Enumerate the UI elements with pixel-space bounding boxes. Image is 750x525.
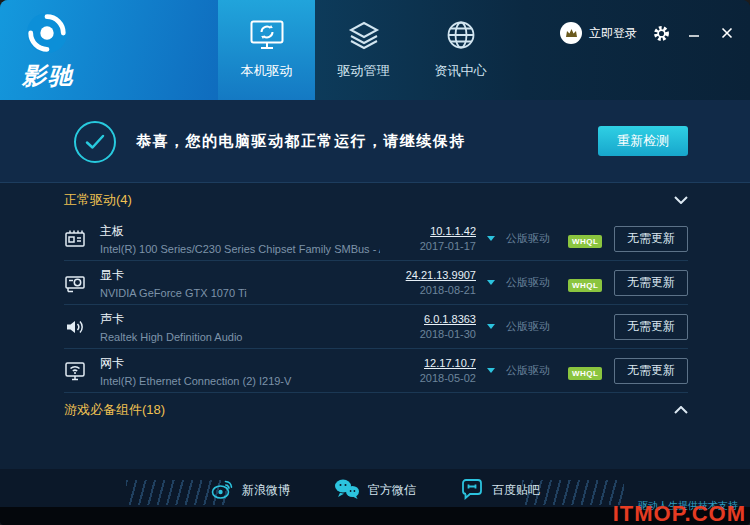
chevron-down-icon[interactable]	[674, 196, 688, 204]
no-update-button[interactable]: 无需更新	[614, 358, 688, 384]
whql-badge: WHQL	[568, 367, 602, 380]
driver-info: 声卡 Realtek High Definition Audio	[100, 311, 380, 343]
driver-row: 显卡 NVIDIA GeForce GTX 1070 Ti 24.21.13.9…	[64, 261, 688, 305]
driver-tag: 公版驱动	[506, 319, 568, 334]
no-update-button[interactable]: 无需更新	[614, 270, 688, 296]
app-header: 影驰 本机驱动	[0, 0, 750, 100]
driver-date: 2018-05-02	[380, 372, 476, 384]
no-update-button[interactable]: 无需更新	[614, 314, 688, 340]
tab-driver-management[interactable]: 驱动管理	[315, 0, 412, 100]
driver-info: 显卡 NVIDIA GeForce GTX 1070 Ti	[100, 267, 380, 299]
driver-info: 主板 Intel(R) 100 Series/C230 Series Chips…	[100, 223, 380, 255]
gpu-icon	[64, 272, 100, 294]
driver-version-link[interactable]: 12.17.10.7	[380, 357, 476, 369]
status-banner: 恭喜，您的电脑驱动都正常运行，请继续保持 重新检测	[0, 100, 750, 183]
driver-version-block: 24.21.13.9907 2018-08-21	[380, 269, 476, 296]
motherboard-icon	[64, 228, 100, 250]
driver-version-link[interactable]: 24.21.13.9907	[380, 269, 476, 281]
app-window: 影驰 本机驱动	[0, 0, 750, 525]
driver-name: 显卡	[100, 267, 380, 284]
version-dropdown-caret[interactable]	[476, 324, 506, 329]
driver-row: 网卡 Intel(R) Ethernet Connection (2) I219…	[64, 349, 688, 393]
driver-tag: 公版驱动	[506, 231, 568, 246]
driver-name: 网卡	[100, 355, 380, 372]
brand-name: 影驰	[22, 60, 74, 92]
driver-name: 主板	[100, 223, 380, 240]
driver-tag: 公版驱动	[506, 275, 568, 290]
driver-version-block: 12.17.10.7 2018-05-02	[380, 357, 476, 384]
speaker-icon	[64, 316, 100, 338]
driver-content: 正常驱动(4) 主板 Intel(R) 100 Series/C230 Seri…	[64, 183, 688, 427]
driver-row: 主板 Intel(R) 100 Series/C230 Series Chips…	[64, 217, 688, 261]
check-circle-icon	[74, 121, 116, 163]
wechat-link[interactable]: 官方微信	[334, 478, 416, 503]
monitor-refresh-icon	[250, 20, 284, 53]
no-update-button[interactable]: 无需更新	[614, 226, 688, 252]
brand-logo-block: 影驰	[0, 0, 218, 100]
rescan-button[interactable]: 重新检测	[598, 126, 688, 156]
tab-label: 驱动管理	[338, 62, 390, 80]
brand-logo-icon	[24, 10, 70, 60]
app-footer: 新浪微博 官方微信	[0, 469, 750, 525]
driver-version-link[interactable]: 6.0.1.8363	[380, 313, 476, 325]
driver-tag: 公版驱动	[506, 363, 568, 378]
tieba-link[interactable]: 百度贴吧	[460, 478, 540, 503]
whql-badge: WHQL	[568, 235, 602, 248]
driver-info: 网卡 Intel(R) Ethernet Connection (2) I219…	[100, 355, 380, 387]
tab-label: 本机驱动	[241, 62, 293, 80]
section-title: 游戏必备组件(18)	[64, 401, 165, 419]
tab-local-drivers[interactable]: 本机驱动	[218, 0, 315, 100]
social-label: 新浪微博	[242, 482, 290, 499]
whql-badge: WHQL	[568, 279, 602, 292]
minimize-button[interactable]	[685, 24, 703, 42]
social-label: 官方微信	[368, 482, 416, 499]
globe-icon	[446, 20, 476, 53]
section-normal-drivers-header[interactable]: 正常驱动(4)	[64, 183, 688, 217]
driver-version-link[interactable]: 10.1.1.42	[380, 225, 476, 237]
avatar-crown-icon	[560, 22, 582, 44]
driver-date: 2018-01-30	[380, 328, 476, 340]
header-controls: 立即登录	[560, 22, 736, 44]
driver-description: Intel(R) 100 Series/C230 Series Chipset …	[100, 243, 380, 255]
chevron-up-icon[interactable]	[674, 406, 688, 414]
driver-description: Intel(R) Ethernet Connection (2) I219-V	[100, 375, 380, 387]
driver-date: 2018-08-21	[380, 284, 476, 296]
section-title: 正常驱动(4)	[64, 191, 132, 209]
driver-date: 2017-01-17	[380, 240, 476, 252]
driver-description: Realtek High Definition Audio	[100, 331, 380, 343]
main-nav: 本机驱动 驱动管理	[218, 0, 509, 100]
login-button[interactable]: 立即登录	[560, 22, 637, 44]
driver-version-block: 6.0.1.8363 2018-01-30	[380, 313, 476, 340]
driver-description: NVIDIA GeForce GTX 1070 Ti	[100, 287, 380, 299]
weibo-icon	[210, 478, 234, 503]
network-icon	[64, 360, 100, 382]
version-dropdown-caret[interactable]	[476, 368, 506, 373]
section-game-components-header[interactable]: 游戏必备组件(18)	[64, 393, 688, 427]
driver-version-block: 10.1.1.42 2017-01-17	[380, 225, 476, 252]
driver-name: 声卡	[100, 311, 380, 328]
tieba-icon	[460, 478, 484, 503]
social-label: 百度贴吧	[492, 482, 540, 499]
close-button[interactable]	[718, 24, 736, 42]
version-dropdown-caret[interactable]	[476, 236, 506, 241]
tools-layers-icon	[348, 20, 380, 53]
social-links: 新浪微博 官方微信	[210, 478, 540, 503]
driver-row: 声卡 Realtek High Definition Audio 6.0.1.8…	[64, 305, 688, 349]
version-dropdown-caret[interactable]	[476, 280, 506, 285]
settings-gear-icon[interactable]	[652, 24, 670, 42]
status-message: 恭喜，您的电脑驱动都正常运行，请继续保持	[136, 132, 466, 151]
wechat-icon	[334, 478, 360, 503]
login-label: 立即登录	[589, 25, 637, 42]
tab-news-center[interactable]: 资讯中心	[412, 0, 509, 100]
tab-label: 资讯中心	[435, 62, 487, 80]
weibo-link[interactable]: 新浪微博	[210, 478, 290, 503]
site-watermark: ITMOP.COM	[613, 501, 746, 525]
